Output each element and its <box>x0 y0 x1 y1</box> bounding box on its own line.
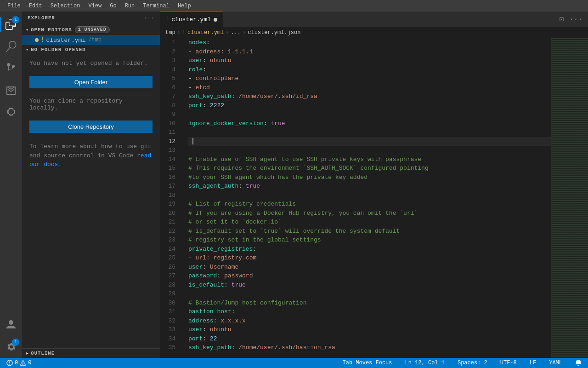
run-debug-icon[interactable] <box>0 80 22 102</box>
breadcrumb-json[interactable]: cluster.yml.json <box>248 29 300 36</box>
code-line-29 <box>188 289 551 299</box>
outline-header[interactable]: ▶ OUTLINE <box>22 349 160 358</box>
code-line-10: ignore_docker_version: true <box>188 119 551 128</box>
status-bar: 0 0 Tab Moves Focus Ln 12, Col 1 Spaces:… <box>0 358 588 368</box>
file-name: cluster.yml <box>46 37 85 44</box>
menu-view[interactable]: View <box>85 2 105 10</box>
line-number-30: 30 <box>160 299 179 308</box>
language-status[interactable]: YAML <box>546 360 565 366</box>
clone-repository-button[interactable]: Clone Repository <box>29 121 153 133</box>
search-icon[interactable] <box>0 35 22 58</box>
code-line-16: #to your SSH agent which has the private… <box>188 173 551 182</box>
tab-filename: cluster.yml <box>171 16 211 23</box>
menu-selection[interactable]: Selection <box>47 2 84 10</box>
status-right: Tab Moves Focus Ln 12, Col 1 Spaces: 2 U… <box>340 360 585 366</box>
line-number-14: 14 <box>160 155 179 164</box>
sidebar: EXPLORER ··· ▾ OPEN EDITORS 1 UNSAVED ! … <box>22 12 160 358</box>
code-line-17: ssh_agent_auth: true <box>188 182 551 191</box>
spaces-status[interactable]: Spaces: 2 <box>455 360 490 366</box>
code-line-15: # This requires the environment `SSH_AUT… <box>188 164 551 173</box>
no-folder-message: You have not yet opened a folder. <box>22 54 160 72</box>
warning-count: 0 <box>28 360 31 366</box>
line-number-15: 15 <box>160 164 179 173</box>
line-number-17: 17 <box>160 182 179 191</box>
breadcrumb: tmp › ! cluster.yml › ... › cluster.yml.… <box>160 28 588 38</box>
menu-edit[interactable]: Edit <box>25 2 46 10</box>
code-line-21: # or set it to `docker.io` <box>188 218 551 227</box>
svg-point-4 <box>23 364 23 365</box>
account-icon[interactable] <box>0 314 22 336</box>
menu-file[interactable]: File <box>4 2 24 10</box>
source-control-icon[interactable] <box>0 58 22 80</box>
settings-badge: 1 <box>12 339 19 346</box>
extensions-icon[interactable] <box>0 102 22 124</box>
code-line-11 <box>188 128 551 137</box>
notifications-status[interactable] <box>572 360 584 366</box>
status-left: 0 0 <box>4 360 34 366</box>
line-number-2: 2 <box>160 47 179 57</box>
line-number-4: 4 <box>160 65 179 75</box>
sidebar-actions: ··· <box>144 15 154 21</box>
line-number-5: 5 <box>160 74 179 83</box>
modified-dot <box>35 38 39 42</box>
breadcrumb-sep-1: › <box>177 29 181 36</box>
line-number-1: 1 <box>160 38 179 47</box>
menu-go[interactable]: Go <box>106 2 120 10</box>
code-line-33: user: ubuntu <box>188 325 551 334</box>
explorer-icon[interactable]: 1 <box>0 13 22 35</box>
line-number-13: 13 <box>160 146 179 155</box>
file-path: /tmp <box>88 37 102 43</box>
breadcrumb-filename[interactable]: cluster.yml <box>187 29 224 36</box>
line-number-28: 28 <box>160 281 179 290</box>
editor-content: 1234567891011121314151617181920212223242… <box>160 38 588 358</box>
split-editor-button[interactable]: ⊡ <box>558 14 566 25</box>
line-number-35: 35 <box>160 343 179 352</box>
sidebar-title: EXPLORER ··· <box>22 12 160 24</box>
no-folder-section[interactable]: ▾ NO FOLDER OPENED <box>22 45 160 54</box>
menu-help[interactable]: Help <box>174 2 195 10</box>
explorer-badge: 1 <box>12 16 19 23</box>
line-number-23: 23 <box>160 236 179 245</box>
open-editors-chevron: ▾ <box>26 27 29 33</box>
more-actions-button[interactable]: ··· <box>567 14 584 24</box>
code-line-27: password: password <box>188 271 551 281</box>
breadcrumb-sep-3: › <box>243 29 246 36</box>
encoding-status[interactable]: UTF-8 <box>498 360 520 366</box>
error-count: 0 <box>15 360 18 366</box>
line-number-16: 16 <box>160 173 179 182</box>
menu-run[interactable]: Run <box>121 2 139 10</box>
breadcrumb-tmp[interactable]: tmp <box>165 29 175 36</box>
line-number-11: 11 <box>160 128 179 137</box>
settings-icon[interactable]: 1 <box>0 336 22 358</box>
code-line-19: # List of registry credentials <box>188 200 551 209</box>
sidebar-more-icon[interactable]: ··· <box>144 15 154 21</box>
line-number-12: 12 <box>160 137 179 146</box>
line-number-34: 34 <box>160 334 179 344</box>
minimap[interactable] <box>551 38 588 358</box>
open-folder-button[interactable]: Open Folder <box>29 76 153 88</box>
code-line-2: - address: 1.1.1.1 <box>188 47 551 57</box>
activity-bottom: 1 <box>0 314 22 358</box>
open-editors-section[interactable]: ▾ OPEN EDITORS 1 UNSAVED <box>22 24 160 35</box>
editor-tab-cluster-yml[interactable]: ! cluster.yml <box>160 12 223 27</box>
code-line-13 <box>188 146 551 155</box>
line-number-25: 25 <box>160 253 179 263</box>
tab-bar: ! cluster.yml ⊡ ··· <box>160 12 588 28</box>
code-line-8: port: 2222 <box>188 101 551 110</box>
open-file-item[interactable]: ! cluster.yml /tmp <box>22 35 160 45</box>
line-ending-status[interactable]: LF <box>527 360 539 366</box>
menu-terminal[interactable]: Terminal <box>139 2 173 10</box>
code-line-22: # is_default set to `true` will override… <box>188 227 551 236</box>
line-number-8: 8 <box>160 101 179 110</box>
tab-actions: ⊡ ··· <box>554 12 588 27</box>
cursor-position-status[interactable]: Ln 12, Col 1 <box>402 360 447 366</box>
code-area[interactable]: nodes: - address: 1.1.1.1 user: ubuntu r… <box>183 38 551 358</box>
svg-point-2 <box>9 364 10 364</box>
code-line-28: is_default: true <box>188 281 551 290</box>
breadcrumb-ellipsis[interactable]: ... <box>231 29 241 36</box>
line-number-26: 26 <box>160 263 179 272</box>
tab-moves-focus-status[interactable]: Tab Moves Focus <box>340 360 395 366</box>
code-line-6: - etcd <box>188 83 551 92</box>
status-errors-warnings[interactable]: 0 0 <box>4 360 34 366</box>
code-line-25: - url: registry.com <box>188 253 551 263</box>
